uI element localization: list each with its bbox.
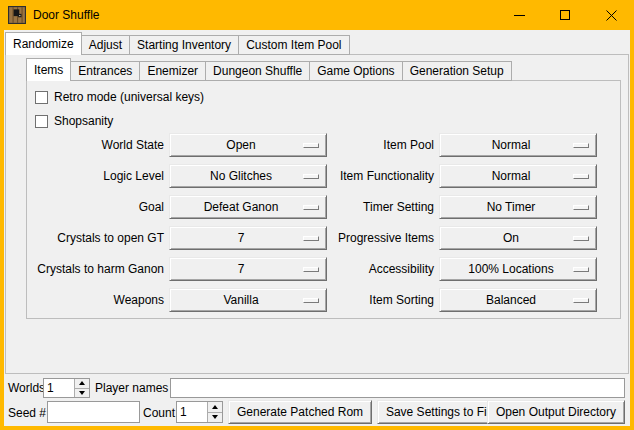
shopsanity-checkbox[interactable] (35, 115, 48, 128)
tab-custom-item-pool[interactable]: Custom Item Pool (238, 35, 349, 55)
option-row: Progressive Items On (297, 226, 597, 250)
option-row: Crystals to open GT 7 (27, 226, 327, 250)
retro-mode-checkbox[interactable] (35, 91, 48, 104)
tab-entrances[interactable]: Entrances (70, 61, 140, 81)
goal-label: Goal (27, 200, 164, 214)
worlds-spinner[interactable] (43, 378, 90, 398)
seed-label: Seed # (8, 406, 46, 420)
worlds-spin-down-button[interactable] (75, 388, 89, 398)
tab-label: Generation Setup (410, 64, 504, 78)
world-state-value: Open (226, 138, 255, 152)
dropdown-indicator-icon (573, 236, 589, 241)
progressive-items-label: Progressive Items (297, 231, 434, 245)
main-tab-bar: Randomize Adjust Starting Inventory Cust… (5, 32, 350, 55)
spin-down-icon (212, 415, 218, 419)
save-settings-button[interactable]: Save Settings to File (377, 400, 505, 424)
count-label: Count (143, 406, 175, 420)
logic-level-value: No Glitches (210, 169, 272, 183)
tab-enemizer[interactable]: Enemizer (139, 61, 206, 81)
tab-label: Custom Item Pool (246, 38, 341, 52)
item-pool-dropdown[interactable]: Normal (439, 133, 597, 157)
crystals-open-gt-label: Crystals to open GT (27, 231, 164, 245)
item-functionality-value: Normal (492, 169, 531, 183)
dropdown-indicator-icon (573, 143, 589, 148)
option-row: World State Open (27, 133, 327, 157)
worlds-label: Worlds (8, 381, 45, 395)
spin-up-icon (212, 405, 218, 409)
option-row: Goal Defeat Ganon (27, 195, 327, 219)
count-spin-up-button[interactable] (208, 402, 222, 412)
open-output-directory-button[interactable]: Open Output Directory (487, 400, 625, 424)
weapons-label: Weapons (27, 293, 164, 307)
item-pool-label: Item Pool (297, 138, 434, 152)
timer-setting-dropdown[interactable]: No Timer (439, 195, 597, 219)
accessibility-value: 100% Locations (468, 262, 553, 276)
item-pool-value: Normal (492, 138, 531, 152)
option-row: Item Functionality Normal (297, 164, 597, 188)
item-sorting-dropdown[interactable]: Balanced (439, 288, 597, 312)
tab-label: Randomize (13, 37, 74, 51)
option-row: Logic Level No Glitches (27, 164, 327, 188)
dropdown-indicator-icon (573, 174, 589, 179)
door-shuffle-window: Door Shuffle Randomize Adjust Starting I… (0, 0, 634, 430)
tab-label: Items (34, 63, 63, 77)
item-functionality-label: Item Functionality (297, 169, 434, 183)
items-panel: Retro mode (universal keys) Shopsanity W… (26, 80, 621, 319)
window-content: Randomize Adjust Starting Inventory Cust… (4, 30, 630, 426)
timer-setting-label: Timer Setting (297, 200, 434, 214)
option-row: Weapons Vanilla (27, 288, 327, 312)
retro-mode-option[interactable]: Retro mode (universal keys) (35, 90, 204, 104)
tab-game-options[interactable]: Game Options (309, 61, 402, 81)
tab-items[interactable]: Items (26, 58, 71, 81)
weapons-value: Vanilla (223, 293, 258, 307)
count-spinner-input[interactable] (177, 402, 207, 422)
minimize-button[interactable] (496, 0, 542, 30)
generate-patched-rom-button[interactable]: Generate Patched Rom (228, 400, 372, 424)
logic-level-label: Logic Level (27, 169, 164, 183)
crystals-harm-ganon-value: 7 (238, 262, 245, 276)
tab-label: Entrances (78, 64, 132, 78)
tab-starting-inventory[interactable]: Starting Inventory (129, 35, 239, 55)
retro-mode-label: Retro mode (universal keys) (54, 90, 204, 104)
crystals-open-gt-value: 7 (238, 231, 245, 245)
close-icon (606, 10, 617, 21)
close-button[interactable] (588, 0, 634, 30)
worlds-spinner-input[interactable] (44, 379, 74, 397)
option-row: Crystals to harm Ganon 7 (27, 257, 327, 281)
tab-label: Dungeon Shuffle (213, 64, 302, 78)
worlds-spin-up-button[interactable] (75, 379, 89, 388)
titlebar[interactable]: Door Shuffle (0, 0, 634, 30)
sub-tab-bar: Items Entrances Enemizer Dungeon Shuffle… (26, 58, 512, 81)
shopsanity-label: Shopsanity (54, 114, 113, 128)
tab-generation-setup[interactable]: Generation Setup (402, 61, 512, 81)
tab-dungeon-shuffle[interactable]: Dungeon Shuffle (205, 61, 310, 81)
option-row: Item Pool Normal (297, 133, 597, 157)
world-state-label: World State (27, 138, 164, 152)
count-spin-down-button[interactable] (208, 412, 222, 423)
window-title: Door Shuffle (33, 8, 100, 22)
tab-label: Starting Inventory (137, 38, 231, 52)
progressive-items-value: On (503, 231, 519, 245)
tab-randomize[interactable]: Randomize (5, 32, 82, 55)
tab-label: Game Options (317, 64, 394, 78)
shopsanity-option[interactable]: Shopsanity (35, 114, 113, 128)
maximize-button[interactable] (542, 0, 588, 30)
door-icon (8, 6, 26, 24)
spin-up-icon (79, 381, 85, 385)
accessibility-dropdown[interactable]: 100% Locations (439, 257, 597, 281)
option-row: Item Sorting Balanced (297, 288, 597, 312)
dropdown-indicator-icon (573, 205, 589, 210)
timer-setting-value: No Timer (487, 200, 536, 214)
dropdown-indicator-icon (573, 267, 589, 272)
maximize-icon (560, 10, 570, 20)
player-names-label: Player names (95, 381, 168, 395)
seed-input[interactable] (47, 401, 140, 423)
player-names-input[interactable] (170, 378, 625, 398)
tab-label: Enemizer (147, 64, 198, 78)
progressive-items-dropdown[interactable]: On (439, 226, 597, 250)
item-functionality-dropdown[interactable]: Normal (439, 164, 597, 188)
crystals-harm-ganon-label: Crystals to harm Ganon (27, 262, 164, 276)
dropdown-indicator-icon (573, 298, 589, 303)
count-spinner[interactable] (176, 401, 223, 423)
tab-adjust[interactable]: Adjust (81, 35, 130, 55)
